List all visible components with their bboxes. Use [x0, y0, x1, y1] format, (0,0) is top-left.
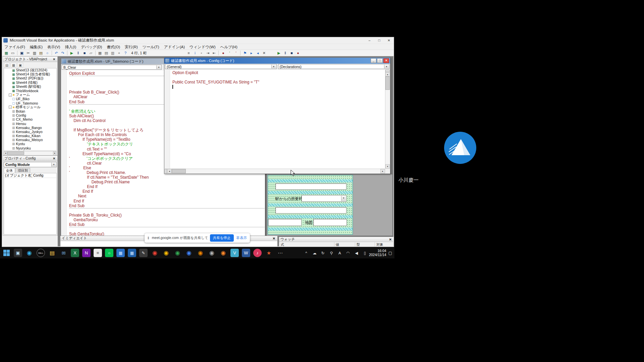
list-properties-icon[interactable]: ≡: [185, 50, 192, 56]
tree-item[interactable]: ▥Kensaku_Bango: [4, 126, 56, 130]
scrollbar-thumb[interactable]: [385, 76, 390, 90]
microphone-icon[interactable]: ⚲: [329, 251, 334, 255]
taskbar-app-blue2-icon[interactable]: ▦: [128, 249, 136, 257]
outdent-icon[interactable]: ⇤: [211, 50, 217, 56]
code-line[interactable]: Public Const TATE_SYUGOTIME As String = …: [172, 80, 385, 84]
menu-item-5[interactable]: デバッグ(D): [78, 44, 104, 50]
watch-header[interactable]: ウォッチ ✕: [279, 237, 393, 242]
object-dropdown[interactable]: B_Clear ▼: [62, 65, 162, 70]
chevron-down-icon[interactable]: ▼: [384, 65, 389, 68]
tree-expander-icon[interactable]: -: [9, 94, 12, 97]
project-tree[interactable]: ▦Sheet13 (祝日2024)▦Sheet14 (担当者情報)▦Sheet2…: [4, 68, 57, 151]
maximize-button[interactable]: □: [374, 37, 384, 44]
sync-icon[interactable]: ↻: [320, 251, 326, 255]
reset-sub-icon[interactable]: ■: [288, 50, 294, 56]
userform-grid[interactable]: 駅からの所要時間 ▼ 地図: [268, 175, 353, 235]
start-button[interactable]: [2, 249, 11, 257]
form-combobox-station-time[interactable]: ▼: [302, 195, 346, 202]
tab-categorized[interactable]: 項目別: [15, 168, 30, 173]
onedrive-icon[interactable]: ☁: [312, 251, 317, 255]
taskbar-more-icon[interactable]: ⋯: [276, 249, 284, 257]
indent-icon[interactable]: ⇥: [205, 50, 211, 56]
hide-bar-link[interactable]: 非表示: [236, 236, 247, 240]
taskbar-dell-icon[interactable]: DELL: [37, 249, 45, 257]
taskbar-firefox-icon[interactable]: ◉: [219, 249, 227, 257]
child-maximize-button[interactable]: □: [377, 58, 383, 63]
taskbar-excel-icon[interactable]: X: [71, 249, 79, 257]
scroll-right-icon[interactable]: ►: [53, 152, 57, 155]
taskbar-pen-icon[interactable]: ✎: [139, 249, 148, 257]
code-line[interactable]: End Sub: [69, 203, 265, 208]
watch-close-icon[interactable]: ✕: [388, 238, 392, 241]
menu-item-8[interactable]: ツール(T): [140, 44, 162, 50]
tree-item[interactable]: ▥Nyuryoku: [4, 146, 56, 150]
properties-header[interactable]: プロパティ - Config ✕: [3, 156, 57, 161]
view-excel-icon[interactable]: ▦: [3, 50, 9, 56]
data-tips-icon[interactable]: ▫: [198, 50, 204, 56]
object-selector-dropdown[interactable]: Config Module ▼: [4, 162, 57, 167]
watch-column-header[interactable]: 型: [355, 242, 375, 246]
menu-item-4[interactable]: 挿入(I): [62, 44, 78, 50]
vertical-scrollbar[interactable]: ▲ ▼: [385, 70, 390, 169]
close-button[interactable]: ✕: [384, 37, 394, 44]
properties-close-icon[interactable]: ✕: [52, 157, 56, 160]
object-browser-icon[interactable]: ▥: [110, 50, 116, 56]
paste-icon[interactable]: ▤: [38, 50, 44, 56]
taskbar-music-icon[interactable]: ♪: [253, 249, 262, 257]
scroll-left-icon[interactable]: ◄: [167, 169, 172, 173]
property-row[interactable]: (オブジェクト名)Config: [4, 173, 56, 178]
scrollbar-thumb[interactable]: [7, 152, 24, 155]
toggle-folders-icon[interactable]: ▣: [17, 63, 23, 67]
battery-icon[interactable]: ▯: [362, 251, 368, 255]
horizontal-scrollbar[interactable]: ◄ ►: [165, 169, 385, 173]
code-line[interactable]: Option Explicit: [172, 70, 385, 75]
comment-block-icon[interactable]: ': [226, 50, 232, 56]
code-line[interactable]: GenbaToroku: [69, 218, 265, 222]
taskbar-star-icon[interactable]: ★: [265, 249, 273, 257]
taskbar-explorer-icon[interactable]: ▤: [48, 249, 56, 257]
previous-bookmark-icon[interactable]: ◂: [255, 50, 261, 56]
redo-icon[interactable]: ↷: [60, 50, 66, 56]
clear-bookmarks-icon[interactable]: ✕: [261, 50, 267, 56]
taskbar-profile-icon[interactable]: ◉: [208, 249, 216, 257]
copy-icon[interactable]: ▥: [32, 50, 38, 56]
help-icon[interactable]: ?: [122, 50, 128, 56]
form-textbox-4[interactable]: [313, 219, 347, 226]
menu-item-6[interactable]: 書式(O): [104, 44, 122, 50]
properties-window-icon[interactable]: ▤: [103, 50, 109, 56]
tree-item[interactable]: ▥Kensaku_Jyokyo: [4, 130, 56, 134]
menu-item-2[interactable]: 編集(E): [28, 44, 45, 50]
volume-icon[interactable]: ◀: [354, 251, 359, 255]
taskbar-clock[interactable]: 16:04 2024/11/14: [369, 249, 386, 257]
tree-item[interactable]: ▦Sheet6 (駅情報): [4, 85, 56, 89]
taskbar-v-app-icon[interactable]: V: [230, 249, 239, 257]
notification-icon[interactable]: ▢: [388, 251, 392, 255]
stop-sharing-button[interactable]: 共有を停止: [210, 234, 234, 242]
taskbar-notepad-icon[interactable]: ≡: [94, 249, 102, 257]
tree-item[interactable]: ▥Botan: [4, 109, 56, 113]
taskbar-chrome-icon-3[interactable]: ◉: [173, 249, 182, 257]
break-icon[interactable]: ‖: [75, 50, 81, 56]
code-text[interactable]: Option ExplicitPublic Const TATE_SYUGOTI…: [172, 70, 385, 89]
watch-column-header[interactable]: 式: [279, 242, 334, 246]
toggle-breakpoint-icon[interactable]: ●: [220, 50, 226, 56]
toggle-bookmark-icon[interactable]: ⚑: [242, 50, 248, 56]
tree-item[interactable]: ▥Kyotu: [4, 142, 56, 146]
form-textbox-1[interactable]: [275, 183, 346, 190]
view-code-icon[interactable]: ▤: [4, 63, 10, 67]
menu-item-9[interactable]: アドイン(A): [162, 44, 187, 50]
taskbar-chrome-icon-1[interactable]: ◉: [151, 249, 159, 257]
tree-item[interactable]: ▦ThisWorkbook: [4, 89, 56, 93]
tree-item[interactable]: ▢UF_Biko: [4, 97, 56, 101]
minimize-button[interactable]: –: [365, 37, 374, 44]
code-line[interactable]: [172, 84, 385, 89]
run-sub-icon[interactable]: ▶: [276, 50, 282, 56]
procedure-dropdown[interactable]: (Declarations) ▼: [278, 64, 390, 69]
split-handle[interactable]: [165, 169, 167, 173]
title-bar[interactable]: Microsoft Visual Basic for Applications …: [2, 37, 394, 44]
menu-item-7[interactable]: 実行(R): [122, 44, 140, 50]
chevron-down-icon[interactable]: ▼: [341, 196, 346, 201]
save-icon[interactable]: ▣: [19, 50, 25, 56]
watch-column-header[interactable]: 対象: [375, 242, 393, 246]
code-line[interactable]: [172, 75, 385, 80]
